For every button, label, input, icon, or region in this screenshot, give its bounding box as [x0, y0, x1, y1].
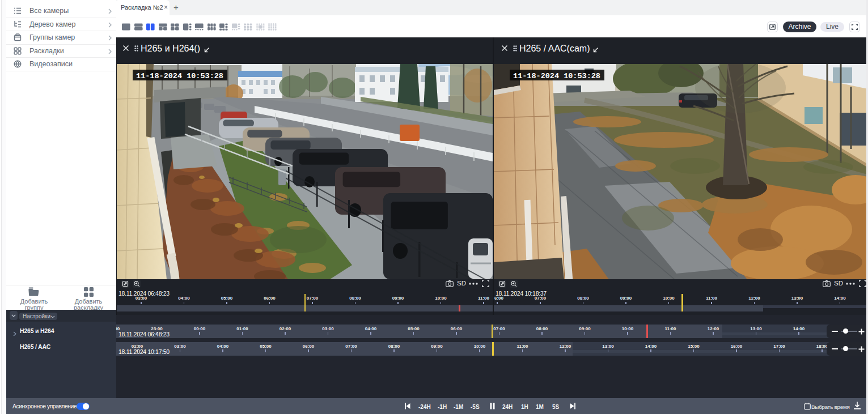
svg-text:11-18-2024 10:53:28: 11-18-2024 10:53:28 [136, 72, 223, 80]
svg-text:11-18-2024 10:53:28: 11-18-2024 10:53:28 [513, 72, 600, 80]
